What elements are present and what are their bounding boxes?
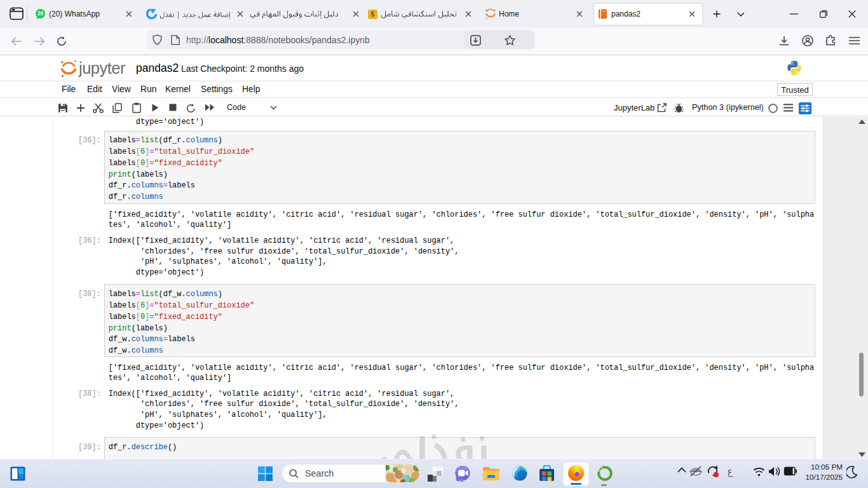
svg-text:5: 5 xyxy=(370,10,374,18)
svg-text:20: 20 xyxy=(37,11,44,17)
